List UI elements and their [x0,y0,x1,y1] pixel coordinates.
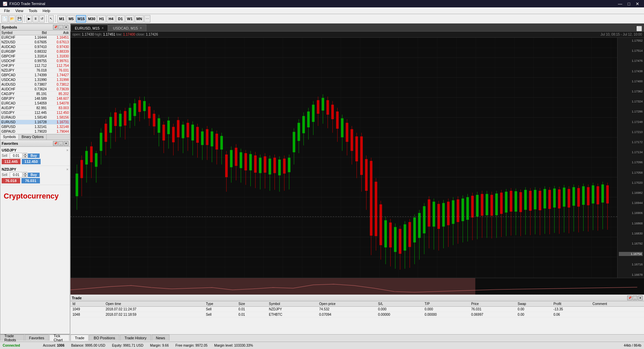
symbols-pin-button[interactable]: 📌 [53,25,58,30]
tab-trade-robots[interactable]: Trade Robots [0,335,24,341]
tab-favorites[interactable]: Favorites [25,335,49,341]
tf-m5[interactable]: M5 [67,15,76,23]
chart-main[interactable]: 10:00 11:45 13:30 15:15 17:00 18:45 20:3… [70,38,617,278]
chart-expand-button[interactable]: ⬜ [634,26,644,31]
menu-tools[interactable]: Tools [26,9,40,13]
fav-nzdjpy-up[interactable]: ▲ [23,172,27,175]
table-row[interactable]: NZDUSD 0.67605 0.67613 [0,40,70,45]
tf-mn[interactable]: MN [135,15,144,23]
tf-h4[interactable]: H4 [107,15,115,23]
close-button[interactable]: ✕ [634,1,641,6]
trade-panel-pin[interactable]: 📌 [627,296,632,300]
fav-usdjpy-up[interactable]: ▲ [23,153,27,156]
minimize-button[interactable]: — [616,1,624,6]
favorite-nzdjpy-close[interactable]: × [66,167,68,171]
fav-usdjpy-down[interactable]: ▼ [23,156,27,158]
fav-nzdjpy-sell-price[interactable]: 76.018 [2,178,20,183]
chart-tab-eurusd-close[interactable]: × [102,26,104,30]
fav-nzdjpy-buy[interactable]: Buy [28,173,40,177]
more-button[interactable]: ⋯ [144,15,150,23]
table-row[interactable]: USDJPY 112.445 112.450 [0,111,70,115]
close-label: close: [136,33,146,36]
tab-symbols[interactable]: Symbols [0,134,19,140]
table-row[interactable]: GBPUSD 1.32141 1.32148 [0,125,70,129]
fav-usdjpy-buy[interactable]: Buy [28,154,40,158]
pause-button[interactable]: ⏸ [33,15,39,23]
symbols-close-button[interactable]: × [64,25,68,30]
table-row[interactable]: CHFJPY 112.712 112.754 [0,63,70,68]
open-button[interactable]: 📂 [9,15,15,23]
table-row[interactable]: AUDJPY 82.991 83.003 [0,106,70,111]
tab-bo-positions[interactable]: BO Positions [89,335,119,341]
chart-container[interactable]: 10:00 11:45 13:30 15:15 17:00 18:45 20:3… [70,38,644,278]
fav-usdjpy-lot[interactable] [10,153,22,158]
table-row[interactable]: EURCAD 1.54059 1.54078 [0,101,70,106]
tf-m1[interactable]: M1 [57,15,66,23]
menu-help[interactable]: Help [40,9,53,13]
tf-m30[interactable]: M30 [87,15,96,23]
svg-rect-176 [466,197,469,220]
cursor-button[interactable]: ↖ [48,15,54,23]
table-row[interactable]: EURUSD 1.16728 1.16731 [0,120,70,125]
chart-tab-eurusd[interactable]: EURUSD, M15 × [70,25,108,31]
tf-m15[interactable]: M15 [76,15,86,23]
svg-rect-142 [384,220,387,248]
refresh-button[interactable]: ↺ [39,15,45,23]
symbol-name: GBPJPY [0,96,26,101]
table-row[interactable]: AUDCHF 0.73624 0.73639 [0,87,70,92]
fav-nzdjpy-down[interactable]: ▼ [23,175,27,177]
table-row[interactable]: AUDCAD 0.97410 0.97430 [0,45,70,49]
table-row[interactable]: GBPCHF 1.31814 1.31830 [0,54,70,59]
tf-d1[interactable]: D1 [116,15,125,23]
maximize-button[interactable]: □ [626,1,632,6]
table-row[interactable]: GBPAUD 1.79020 1.79044 [0,129,70,134]
table-row[interactable]: CADJPY 85.191 85.202 [0,92,70,96]
td-type: Sell [204,312,237,317]
svg-rect-72 [215,134,218,149]
tf-w1[interactable]: W1 [126,15,134,23]
svg-rect-44 [148,106,151,118]
svg-rect-214 [558,189,561,209]
table-row[interactable]: 1048 2018.07.02 11:18:59 Sell 0.01 ETHBT… [70,312,644,317]
favorite-usdjpy-close[interactable]: × [66,148,68,152]
tf-h1[interactable]: H1 [97,15,106,23]
tab-news[interactable]: News [152,335,170,341]
fav-nzdjpy-lot[interactable] [10,172,22,177]
trade-panel-close[interactable]: × [638,296,643,300]
table-row[interactable]: GBPCAD 1.74399 1.74427 [0,73,70,78]
candlestick-svg[interactable] [70,38,617,278]
table-row[interactable]: 1049 2018.07.02 11:24:37 Sell 0.01 NZDJP… [70,307,644,312]
play-button[interactable]: ▶ [27,15,32,23]
table-row[interactable]: USDCHF 0.99755 0.99761 [0,59,70,63]
tab-tick-chart[interactable]: Tick Chart [49,335,69,341]
fav-usdjpy-buy-price[interactable]: 112.450 [22,159,41,164]
tab-binary-options[interactable]: Binary Options [19,134,47,140]
tab-trade[interactable]: Trade [70,335,89,341]
fav-usdjpy-sell-price[interactable]: 112.445 [2,159,20,164]
table-row[interactable]: NZDJPY 76.018 76.031 [0,68,70,73]
table-row[interactable]: EURGBP 0.88332 0.88339 [0,49,70,54]
menu-file[interactable]: File [1,9,13,13]
table-row[interactable]: AUDUSD 0.73807 0.73812 [0,82,70,87]
table-row[interactable]: USDCAD 1.31990 1.31998 [0,78,70,82]
symbols-minimize-button[interactable]: _ [58,25,63,30]
save-button[interactable]: 💾 [16,15,23,23]
svg-rect-218 [567,189,570,208]
fav-nzdjpy-buy-price[interactable]: 76.031 [21,178,40,183]
table-row[interactable]: EURAUD 1.58140 1.58156 [0,115,70,120]
favorites-close-button[interactable]: × [64,141,68,146]
favorites-minimize-button[interactable]: _ [58,141,63,146]
favorites-pin-button[interactable]: 📌 [53,141,58,146]
chart-tab-usdcad[interactable]: USDCAD, M15 × [109,25,146,31]
table-row[interactable]: EURCHF 1.16444 1.16451 [0,35,70,40]
trade-panel-minimize[interactable]: _ [633,296,637,300]
chart-navigator[interactable] [70,278,644,295]
svg-rect-110 [307,112,310,127]
new-chart-button[interactable]: 📄 [1,15,8,23]
table-row[interactable]: GBPJPY 148.589 148.607 [0,96,70,101]
svg-rect-186 [490,195,493,216]
high-label: high: [95,33,103,36]
chart-tab-usdcad-close[interactable]: × [140,26,142,30]
tab-trade-history[interactable]: Trade History [120,335,151,341]
menu-view[interactable]: View [13,9,26,13]
